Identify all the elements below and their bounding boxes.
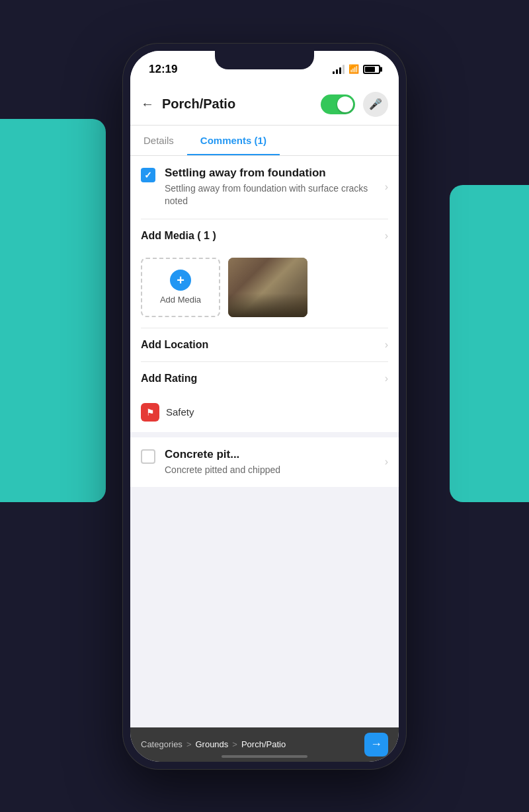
safety-label: Safety: [166, 406, 194, 418]
add-location-label: Add Location: [141, 339, 385, 351]
media-thumbnail-1[interactable]: [228, 258, 307, 317]
signal-icon: [333, 65, 345, 74]
item2-checkbox[interactable]: [141, 449, 155, 464]
item2-row[interactable]: Concrete pit... Concrete pitted and chip…: [130, 437, 399, 488]
safety-badge-row: ⚑ Safety: [130, 395, 399, 432]
media-grid: + Add Media: [130, 252, 399, 328]
content-area: ✓ Settling away from foundation Settling…: [130, 156, 399, 727]
header: ← Porch/Patio 🎤: [130, 84, 399, 126]
scene: 12:19 📶 ← Porch/Patio: [0, 0, 529, 812]
add-location-row[interactable]: Add Location ›: [130, 328, 399, 361]
mic-button[interactable]: 🎤: [363, 92, 388, 117]
breadcrumb-sep2: >: [232, 739, 237, 749]
home-indicator: [222, 755, 307, 758]
status-time: 12:19: [149, 63, 177, 76]
item1-content: Settling away from foundation Settling a…: [165, 166, 376, 208]
thumbnail-image: [228, 258, 307, 317]
status-icons: 📶: [333, 64, 380, 74]
toggle-switch[interactable]: [321, 94, 355, 114]
battery-icon: [363, 65, 380, 74]
nav-forward-button[interactable]: →: [364, 733, 388, 757]
tab-details[interactable]: Details: [130, 126, 187, 155]
teal-decoration-right: [450, 185, 529, 502]
item2-title: Concrete pit...: [165, 448, 376, 461]
checkmark-icon: ✓: [144, 170, 152, 180]
item1-chevron-icon: ›: [385, 181, 388, 193]
phone-frame: 12:19 📶 ← Porch/Patio: [122, 43, 407, 770]
add-rating-chevron-icon: ›: [385, 373, 388, 385]
item2-chevron-icon: ›: [385, 456, 388, 468]
phone-notch: [215, 51, 314, 69]
toggle-knob: [337, 96, 353, 112]
safety-flag-icon: ⚑: [141, 403, 159, 422]
item1-title: Settling away from foundation: [165, 166, 376, 180]
add-media-button-label: Add Media: [160, 295, 201, 305]
add-media-button[interactable]: + Add Media: [141, 258, 220, 317]
phone-screen: 12:19 📶 ← Porch/Patio: [130, 51, 399, 762]
page-title: Porch/Patio: [162, 96, 313, 112]
item2-description: Concrete pitted and chipped: [165, 464, 376, 477]
tabs: Details Comments (1): [130, 126, 399, 156]
add-media-label: Add Media ( 1 ): [141, 230, 385, 242]
item1-checkbox[interactable]: ✓: [141, 168, 155, 182]
breadcrumb-categories[interactable]: Categories: [141, 739, 183, 749]
wifi-icon: 📶: [348, 64, 359, 74]
add-media-plus-icon: +: [170, 270, 191, 291]
breadcrumb-porch-patio[interactable]: Porch/Patio: [241, 739, 286, 749]
back-button[interactable]: ←: [141, 96, 154, 112]
add-location-chevron-icon: ›: [385, 339, 388, 351]
breadcrumb-sep1: >: [186, 739, 192, 749]
add-media-chevron-icon: ›: [385, 230, 388, 242]
add-rating-row[interactable]: Add Rating ›: [130, 362, 399, 395]
add-media-row[interactable]: Add Media ( 1 ) ›: [130, 219, 399, 252]
breadcrumb-grounds[interactable]: Grounds: [195, 739, 228, 749]
item1-row[interactable]: ✓ Settling away from foundation Settling…: [130, 156, 399, 219]
item2-card: Concrete pit... Concrete pitted and chip…: [130, 437, 399, 488]
add-rating-label: Add Rating: [141, 373, 385, 385]
teal-decoration-left: [0, 119, 106, 502]
item1-description: Settling away from foundation with surfa…: [165, 182, 376, 208]
nav-forward-icon: →: [370, 737, 382, 751]
tab-comments[interactable]: Comments (1): [187, 126, 280, 155]
item2-content: Concrete pit... Concrete pitted and chip…: [165, 448, 376, 477]
mic-icon: 🎤: [369, 98, 382, 110]
item1-card: ✓ Settling away from foundation Settling…: [130, 156, 399, 432]
